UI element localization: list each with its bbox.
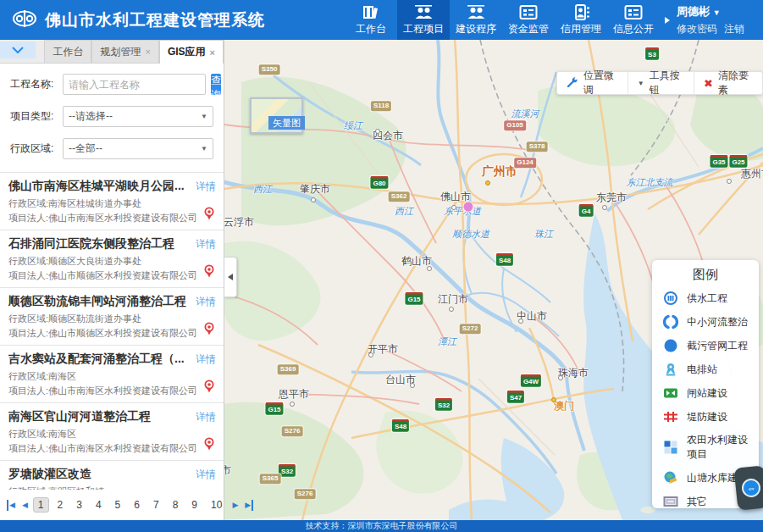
page-number-10[interactable]: 10 xyxy=(206,497,227,513)
region-label: 行政区域: xyxy=(10,141,63,156)
page-number-9[interactable]: 9 xyxy=(186,497,202,513)
legend-item-sewage-network[interactable]: 截污管网工程 xyxy=(652,334,759,357)
city-dot xyxy=(449,307,454,312)
nav-item-label: 建设程序 xyxy=(456,22,496,36)
tab-label: 规划管理 xyxy=(100,45,141,59)
tab-0[interactable]: 工作台 xyxy=(44,40,91,63)
legend-item-water-supply[interactable]: 供水工程 xyxy=(652,286,759,310)
project-name-row: 工程名称: 查询 xyxy=(10,74,213,95)
brand: 佛山市水利工程建设管理系统 xyxy=(0,0,277,40)
road-shield-S369: S369 xyxy=(278,364,299,374)
nav-item-0[interactable]: 工作台 xyxy=(345,0,397,40)
vector-layer-label[interactable]: 矢量图 xyxy=(268,116,305,130)
tab-2[interactable]: GIS应用× xyxy=(159,40,224,64)
detail-link[interactable]: 详情 xyxy=(196,295,216,309)
page-number-3[interactable]: 3 xyxy=(71,497,87,513)
left-panel: 工作台规划管理×GIS应用× 工程名称: 查询 项目类型: --请选择-- ▼ … xyxy=(0,40,224,520)
city-dot xyxy=(485,180,490,186)
city-dot xyxy=(551,397,556,402)
map-toolbar: 位置微调 ▼ 工具按钮 ✖ 清除要素 xyxy=(556,71,763,95)
project-name-input[interactable] xyxy=(63,74,206,95)
road-shield-S276: S276 xyxy=(282,426,303,436)
legend-item-dike[interactable]: 堤防建设 xyxy=(652,405,759,429)
detail-link[interactable]: 详情 xyxy=(196,237,216,252)
chevron-down-icon: ▼ xyxy=(638,80,644,87)
nav-item-4[interactable]: 信用管理 xyxy=(555,0,607,40)
basemap-switcher[interactable]: 矢量图 xyxy=(250,97,303,134)
legend-item-label: 截污管网工程 xyxy=(687,339,748,353)
page-number-6[interactable]: 6 xyxy=(129,497,145,513)
fine-tune-button[interactable]: 位置微调 xyxy=(557,72,628,94)
project-region: 行政区域:南海区 xyxy=(8,427,215,441)
nav-item-2[interactable]: 建设程序 xyxy=(450,0,502,40)
water-supply-icon xyxy=(663,291,678,306)
first-page-button[interactable]: ◀ xyxy=(7,500,17,511)
page-number-4[interactable]: 4 xyxy=(91,497,107,513)
road-shield-G4: G4 xyxy=(579,204,594,217)
project-card: 罗塘陂灌区改造详情行政区域:高明区杨和镇项目法人:佛山市高明区水利投资建设有限公… xyxy=(0,461,224,490)
location-pin-icon[interactable] xyxy=(203,322,215,339)
detail-link[interactable]: 详情 xyxy=(196,180,216,194)
change-password-link[interactable]: 修改密码 xyxy=(677,22,717,36)
legend-item-farmland-irrigation[interactable]: 农田水利建设项目 xyxy=(652,429,759,466)
page-number-7[interactable]: 7 xyxy=(148,497,164,513)
clear-label: 清除要素 xyxy=(718,69,753,97)
tools-button[interactable]: ▼ 工具按钮 xyxy=(628,72,694,94)
legend-item-label: 农田水利建设项目 xyxy=(687,433,748,462)
road-shield-S32: S32 xyxy=(279,464,296,477)
project-location-marker[interactable] xyxy=(464,202,473,212)
close-icon[interactable]: × xyxy=(145,47,150,57)
clear-features-button[interactable]: ✖ 清除要素 xyxy=(694,72,762,94)
user-menu[interactable]: 周德彬 ▼ xyxy=(677,4,753,19)
search-button[interactable]: 查询 xyxy=(211,74,221,95)
prev-page-button[interactable]: ◀ xyxy=(20,499,30,511)
legend-item-pump-station[interactable]: 电排站 xyxy=(652,357,759,381)
nav-item-5[interactable]: 信息公开 xyxy=(607,0,660,40)
location-pin-icon[interactable] xyxy=(203,207,215,224)
legend-item-sluice-station[interactable]: 闸站建设 xyxy=(652,381,759,405)
nav-item-label: 信息公开 xyxy=(613,22,654,36)
logout-link[interactable]: 注销 xyxy=(724,22,744,36)
page-number-5[interactable]: 5 xyxy=(110,497,126,513)
road-shield-S365: S365 xyxy=(260,474,281,484)
location-pin-icon[interactable] xyxy=(203,380,215,396)
page-number-2[interactable]: 2 xyxy=(53,497,69,513)
last-page-button[interactable]: ▶ xyxy=(243,500,253,511)
location-pin-icon[interactable] xyxy=(203,437,215,454)
nav-item-1[interactable]: 工程项目 xyxy=(397,0,450,40)
panel-collapse-handle[interactable] xyxy=(224,257,237,297)
doc-icon xyxy=(518,3,539,20)
panel-chevron-button[interactable] xyxy=(0,42,36,58)
project-owner: 项目法人:佛山市顺德区水利投资建设有限公司 xyxy=(8,326,215,341)
region-value: --全部-- xyxy=(69,141,102,156)
detail-link[interactable]: 详情 xyxy=(196,410,216,424)
people-icon xyxy=(466,3,486,20)
doc-icon xyxy=(623,3,644,20)
nav-item-3[interactable]: 资金监管 xyxy=(502,0,555,40)
road-shield-S48: S48 xyxy=(392,419,409,432)
next-page-button[interactable]: ▶ xyxy=(230,499,240,511)
tab-1[interactable]: 规划管理× xyxy=(91,40,158,63)
project-region: 行政区域:顺德区勒流街道办事处 xyxy=(8,312,215,326)
close-icon[interactable]: × xyxy=(210,47,215,58)
location-pin-icon[interactable] xyxy=(203,264,215,281)
project-name-label: 工程名称: xyxy=(10,77,63,91)
project-type-select[interactable]: --请选择-- ▼ xyxy=(63,106,213,127)
page-number-8[interactable]: 8 xyxy=(168,497,184,513)
road-shield-G35: G35 xyxy=(710,155,727,168)
nav-expander-icon[interactable] xyxy=(660,0,672,40)
remote-support-icon: ⇔ xyxy=(741,478,761,498)
detail-link[interactable]: 详情 xyxy=(196,468,216,482)
detail-link[interactable]: 详情 xyxy=(196,352,216,367)
remote-support-widget[interactable]: ⇔ xyxy=(733,465,763,510)
map-canvas[interactable]: 广州市佛山市东莞市惠州市四会市肇庆市云浮市鹤山市江门市中山市开平市台山市珠海市澳… xyxy=(224,40,763,520)
road-shield-S47: S47 xyxy=(507,391,524,403)
region-select[interactable]: --全部-- ▼ xyxy=(63,138,213,159)
farmland-irrigation-icon xyxy=(663,440,678,455)
city-label: 惠州市 xyxy=(741,167,763,181)
project-owner: 项目法人:佛山市南海区水利投资建设有限公司 xyxy=(8,441,215,456)
pagination: ◀◀12345678910▶▶ xyxy=(0,490,224,520)
project-meta: 行政区域:顺德区勒流街道办事处项目法人:佛山市顺德区水利投资建设有限公司 xyxy=(8,312,215,341)
legend-item-river-regulation[interactable]: 中小河流整治 xyxy=(652,310,759,334)
page-number-1[interactable]: 1 xyxy=(33,497,49,513)
